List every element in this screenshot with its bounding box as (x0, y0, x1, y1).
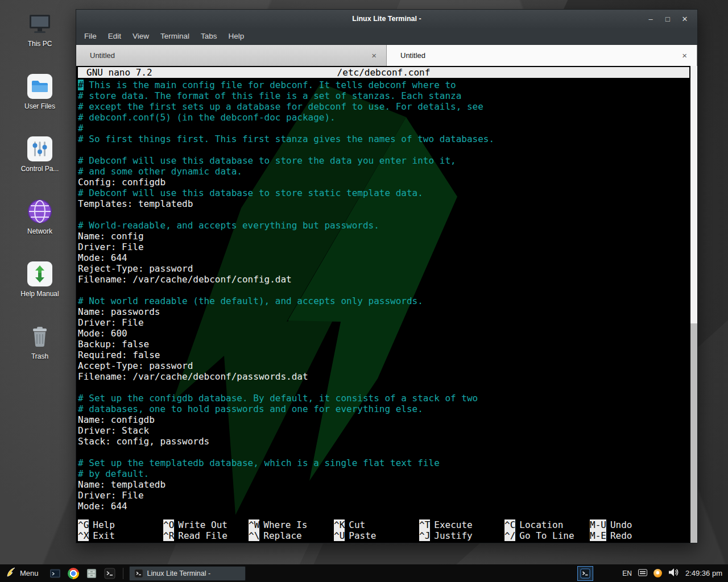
keyboard-layout-icon[interactable] (638, 569, 647, 578)
notification-icon[interactable] (653, 569, 662, 577)
shortcut-key: ^C (504, 519, 515, 530)
shortcut-key: ^G (78, 519, 89, 530)
file-manager-icon[interactable] (85, 567, 98, 580)
editor-line: Filename: /var/cache/debconf/passwords.d… (78, 371, 689, 382)
terminal-window-icon[interactable] (49, 567, 61, 580)
editor-line: # So first things first. This first stan… (78, 134, 689, 144)
terminal-area[interactable]: GNU nano 7.2 /etc/debconf.conf # This is… (76, 66, 697, 543)
editor-line: # by default. (78, 468, 689, 479)
tab-2[interactable]: Untitled× (387, 45, 697, 66)
desktop-icon-network[interactable]: Network (13, 198, 67, 235)
editor-line: Templates: templatedb (78, 198, 689, 209)
clock[interactable]: 2:49:36 pm (685, 569, 722, 577)
scrollbar-thumb[interactable] (690, 66, 697, 323)
shortcut-read-file[interactable]: ^RRead File (163, 530, 249, 541)
tab-bar: Untitled×Untitled× (76, 45, 697, 66)
taskbar-window-button[interactable]: Linux Lite Terminal - (129, 566, 246, 581)
menu-bar: FileEditViewTerminalTabsHelp (76, 28, 697, 45)
tab-1[interactable]: Untitled× (76, 45, 387, 66)
keyboard-layout-label[interactable]: EN (622, 569, 632, 577)
editor-line: # World-readable, and accepts everything… (78, 220, 689, 231)
shortcut-row: ^XExit^RRead File^\Replace^UPaste^JJusti… (78, 530, 688, 541)
shortcut-label: Location (519, 519, 563, 530)
minimize-button[interactable]: – (643, 10, 659, 28)
menu-tabs[interactable]: Tabs (195, 28, 223, 44)
editor-line: # store data. The format of this file is… (78, 90, 689, 101)
editor-line (78, 285, 689, 296)
window-titlebar[interactable]: Linux Lite Terminal - – □ ✕ (76, 10, 697, 28)
desktop-icon-control-pa[interactable]: Control Pa... (13, 135, 67, 173)
shortcut-key: ^/ (504, 530, 515, 541)
desktop-icon-user-files[interactable]: User Files (13, 73, 67, 110)
shortcut-where-is[interactable]: ^WWhere Is (249, 519, 334, 530)
shortcut-key: ^J (419, 530, 430, 541)
shortcut-key: ^O (163, 519, 174, 530)
shortcut-redo[interactable]: M-ERedo (590, 530, 675, 541)
shortcut-location[interactable]: ^CLocation (504, 519, 590, 530)
editor-line: Accept-Type: password (78, 360, 689, 371)
shortcut-key: M-U (590, 519, 606, 530)
nano-header: GNU nano 7.2 /etc/debconf.conf (78, 67, 689, 78)
desktop-icon-help-manual[interactable]: Help Manual (13, 260, 67, 298)
maximize-button[interactable]: □ (660, 10, 676, 28)
shortcut-justify[interactable]: ^JJustify (419, 530, 504, 541)
menu-help[interactable]: Help (223, 28, 250, 44)
shortcut-label: Go To Line (519, 530, 574, 541)
menu-label: Menu (20, 569, 39, 577)
terminal-scrollbar[interactable] (690, 66, 697, 543)
shortcut-cut[interactable]: ^KCut (334, 519, 419, 530)
shortcut-exit[interactable]: ^XExit (78, 530, 163, 541)
shortcut-execute[interactable]: ^TExecute (419, 519, 504, 530)
menu-file[interactable]: File (78, 28, 102, 44)
menu-view[interactable]: View (127, 28, 155, 44)
taskbar: Menu Linux Lite Terminal - EN 2:49:36 pm (0, 564, 728, 582)
text-cursor: # (78, 80, 84, 90)
shortcut-help[interactable]: ^GHelp (78, 519, 163, 530)
editor-line: Name: templatedb (78, 479, 689, 490)
shortcut-label: Read File (178, 530, 228, 541)
volume-icon[interactable] (668, 568, 679, 579)
terminal-icon (134, 569, 143, 578)
close-button[interactable]: ✕ (677, 10, 693, 28)
tab-close-icon[interactable]: × (370, 51, 378, 60)
desktop-icon-trash[interactable]: Trash (13, 323, 67, 360)
chrome-icon[interactable] (67, 567, 80, 580)
active-terminal-tray-icon[interactable] (577, 566, 593, 581)
menu-button[interactable]: Menu (0, 564, 46, 582)
shortcut-go-to-line[interactable]: ^/Go To Line (504, 530, 590, 541)
window-title: Linux Lite Terminal - (76, 15, 697, 23)
shortcut-write-out[interactable]: ^OWrite Out (163, 519, 249, 530)
shortcut-replace[interactable]: ^\Replace (249, 530, 334, 541)
control-panel-icon (26, 135, 53, 163)
editor-line (78, 382, 689, 393)
shortcut-label: Redo (610, 530, 632, 541)
desktop-icon-this-pc[interactable]: This PC (13, 10, 67, 48)
editor-line: # Debconf will use this database to stor… (78, 155, 689, 166)
task-button-label: Linux Lite Terminal - (147, 569, 211, 577)
taskbar-separator (123, 568, 123, 579)
nano-shortcuts: ^GHelp^OWrite Out^WWhere Is^KCut^TExecut… (78, 519, 688, 541)
shortcut-undo[interactable]: M-UUndo (590, 519, 675, 530)
editor-line: Config: configdb (78, 177, 689, 188)
nano-version: GNU nano 7.2 (86, 67, 152, 78)
menu-terminal[interactable]: Terminal (155, 28, 195, 44)
shortcut-label: Undo (610, 519, 632, 530)
shortcut-label: Justify (434, 530, 472, 541)
desktop-icon-label: Control Pa... (21, 165, 59, 173)
shortcut-paste[interactable]: ^UPaste (334, 530, 419, 541)
shortcut-key: ^K (334, 519, 345, 530)
terminal-icon[interactable] (104, 567, 116, 580)
shortcut-key: ^W (249, 519, 259, 530)
shortcut-label: Where Is (263, 519, 307, 530)
editor-line: # (78, 123, 689, 134)
editor-line: Name: config (78, 231, 689, 242)
editor-line: # and some other dynamic data. (78, 166, 689, 177)
shortcut-row: ^GHelp^OWrite Out^WWhere Is^KCut^TExecut… (78, 519, 688, 530)
menu-edit[interactable]: Edit (102, 28, 127, 44)
nano-filename: /etc/debconf.conf (337, 67, 431, 78)
shortcut-key: ^R (163, 530, 174, 541)
editor-line (78, 209, 689, 220)
desktop-icon-label: Trash (31, 352, 48, 360)
tab-close-icon[interactable]: × (680, 51, 689, 60)
editor-line: # Set up the configdb database. By defau… (78, 393, 689, 404)
